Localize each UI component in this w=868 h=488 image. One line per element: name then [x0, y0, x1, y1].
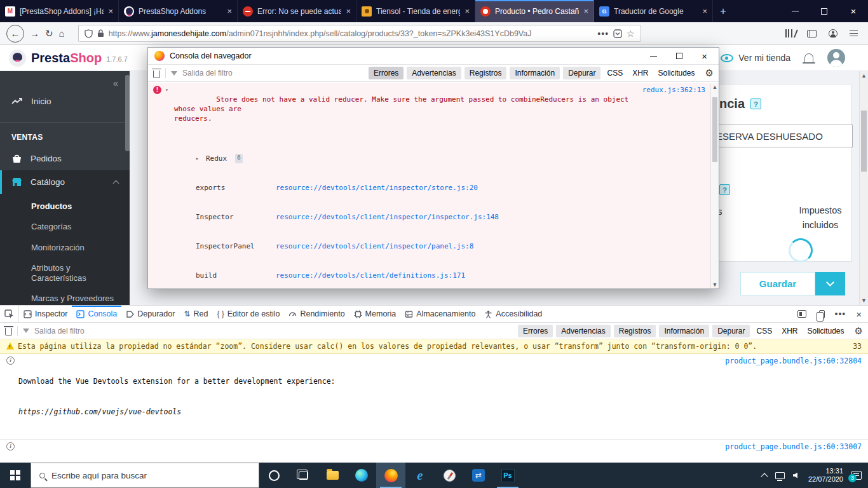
source-link[interactable]: resource://devtools/client/inspector/pan… — [276, 241, 473, 251]
reference-input[interactable]: ESERVA DESHUESADO — [709, 125, 853, 147]
view-store-link[interactable]: Ver mi tienda — [721, 53, 790, 63]
sidebar-item-catalogo[interactable]: Catálogo — [0, 170, 130, 194]
start-button[interactable] — [0, 463, 31, 488]
source-link[interactable]: 33 — [853, 341, 862, 351]
tab-editor-estilo[interactable]: { } Editor de estilo — [212, 306, 284, 322]
restore-button[interactable] — [810, 0, 839, 22]
tab-close-icon[interactable]: × — [465, 6, 470, 16]
filter-warnings[interactable]: Advertencias — [407, 67, 461, 79]
sidebar-subitem-monitorizacion[interactable]: Monitorización — [0, 238, 130, 258]
tab-close-icon[interactable]: × — [702, 6, 707, 16]
tab-close-icon[interactable]: × — [227, 6, 232, 16]
filter-warnings[interactable]: Advertencias — [556, 325, 610, 337]
gear-icon[interactable]: ⚙ — [705, 67, 714, 79]
scroll-up-icon[interactable]: ▲ — [860, 72, 868, 79]
close-button[interactable]: × — [839, 0, 868, 22]
responsive-mode-icon[interactable] — [819, 310, 825, 318]
source-link[interactable]: product_page.bundle.js:60:32804 — [725, 356, 862, 366]
tab-consola[interactable]: Consola — [72, 306, 121, 322]
scroll-down-icon[interactable]: ▼ — [860, 297, 868, 304]
source-link[interactable]: resource://devtools/client/inspector/sto… — [276, 183, 478, 193]
filter-css[interactable]: CSS — [604, 67, 626, 79]
tab-close-icon[interactable]: × — [346, 6, 351, 16]
tab-tiensol[interactable]: Tiensol - Tienda de energ × — [356, 0, 475, 22]
close-devtools-icon[interactable]: × — [856, 309, 862, 320]
forward-button[interactable]: → — [30, 28, 39, 39]
filter-css[interactable]: CSS — [753, 325, 775, 337]
page-actions-icon[interactable]: ••• — [597, 29, 609, 39]
tab-error[interactable]: Error: No se puede actual × — [238, 0, 356, 22]
taskbar-explorer-button[interactable] — [318, 463, 347, 488]
filter-xhr[interactable]: XHR — [778, 325, 801, 337]
source-link[interactable]: product_page.bundle.js:60:33007 — [725, 442, 862, 452]
home-button[interactable]: ⌂ — [59, 28, 65, 39]
taskbar-compass-app-button[interactable] — [435, 463, 464, 488]
sidebar-subitem-marcas[interactable]: Marcas y Proveedores — [0, 288, 130, 305]
filter-requests[interactable]: Solicitudes — [804, 325, 848, 337]
bookmark-star-icon[interactable]: ☆ — [627, 29, 635, 39]
help-badge[interactable]: ? — [750, 98, 761, 109]
reload-button[interactable]: ↻ — [45, 28, 53, 39]
filter-info[interactable]: Información — [510, 67, 560, 79]
taskbar-cortana-button[interactable] — [259, 463, 288, 488]
tab-almacenamiento[interactable]: Almacenamiento — [400, 306, 480, 322]
filter-debug[interactable]: Depurar — [712, 325, 750, 337]
tab-red[interactable]: ⇅ Red — [179, 306, 212, 322]
expander-icon[interactable] — [165, 85, 170, 95]
tab-producto-active[interactable]: Producto • Pedro Castañ × — [475, 0, 594, 22]
tab-close-icon[interactable]: × — [583, 6, 588, 16]
filter-logs[interactable]: Registros — [465, 67, 507, 79]
close-button[interactable]: × — [702, 51, 707, 61]
user-avatar[interactable] — [827, 49, 845, 67]
filter-info[interactable]: Información — [659, 325, 709, 337]
tab-close-icon[interactable]: × — [108, 6, 113, 16]
pocket-icon[interactable] — [613, 29, 622, 38]
filter-input[interactable]: Salida del filtro — [34, 327, 85, 336]
sidebar-item-inicio[interactable]: Inicio — [0, 90, 130, 113]
stack-group[interactable]: Redux 6 — [196, 153, 632, 163]
filter-xhr[interactable]: XHR — [629, 67, 651, 79]
taskbar-clock[interactable]: 13:31 22/07/2020 — [808, 467, 843, 484]
taskbar-search-input[interactable]: Escribe aquí para buscar — [31, 463, 259, 488]
page-scrollbar[interactable]: ▲ ▼ — [859, 71, 868, 305]
tray-expand-icon[interactable] — [761, 473, 768, 480]
source-link[interactable]: resource://devtools/client/definitions.j… — [276, 271, 465, 280]
action-center-icon[interactable]: 3 — [851, 471, 862, 480]
filter-errors[interactable]: Errores — [518, 325, 553, 337]
minimize-button[interactable] — [650, 56, 657, 57]
source-link[interactable]: redux.js:362:13 — [642, 85, 705, 95]
scroll-up-icon[interactable]: ▲ — [711, 84, 719, 90]
filter-input[interactable]: Salida del filtro — [182, 69, 233, 78]
back-button[interactable]: ← — [6, 25, 24, 43]
tab-rendimiento[interactable]: Rendimiento — [284, 306, 349, 322]
console-titlebar[interactable]: Consola del navegador × — [148, 48, 719, 65]
scrollbar-thumb[interactable] — [712, 97, 717, 162]
sidebar-collapse-button[interactable]: « — [0, 71, 130, 90]
taskbar-firefox-button[interactable] — [376, 463, 405, 488]
scrollbar-thumb[interactable] — [861, 111, 867, 172]
tab-prestashop-addons[interactable]: PrestaShop Addons × — [119, 0, 238, 22]
network-icon[interactable] — [775, 472, 785, 479]
filter-debug[interactable]: Depurar — [563, 67, 600, 79]
taskbar-edge-button[interactable] — [347, 463, 376, 488]
tab-memoria[interactable]: Memoria — [349, 306, 401, 322]
maximize-button[interactable] — [676, 53, 682, 59]
meatball-menu-icon[interactable]: ••• — [835, 309, 846, 319]
clear-console-icon[interactable] — [5, 328, 12, 336]
taskbar-teamviewer-button[interactable] — [464, 463, 493, 488]
sidebar-subitem-atributos[interactable]: Atributos y Características — [0, 258, 130, 289]
account-icon[interactable] — [829, 29, 837, 38]
library-icon[interactable] — [785, 29, 796, 37]
sidebar-item-pedidos[interactable]: Pedidos — [0, 147, 130, 170]
clear-console-icon[interactable] — [153, 71, 160, 78]
url-bar[interactable]: https://www.jamonesdehijate.com/admin071… — [78, 25, 641, 42]
tab-gmail[interactable]: [PrestaShop Addons] ¡Ha × — [0, 0, 119, 22]
volume-icon[interactable] — [793, 473, 797, 478]
pick-element-button[interactable] — [0, 306, 19, 322]
menu-hamburger-icon[interactable] — [850, 30, 858, 37]
dock-side-icon[interactable] — [797, 310, 806, 318]
minimize-button[interactable] — [780, 0, 810, 22]
tab-depurador[interactable]: Depurador — [121, 306, 179, 322]
taskbar-taskview-button[interactable] — [288, 463, 318, 488]
scroll-down-icon[interactable]: ▼ — [711, 281, 719, 288]
